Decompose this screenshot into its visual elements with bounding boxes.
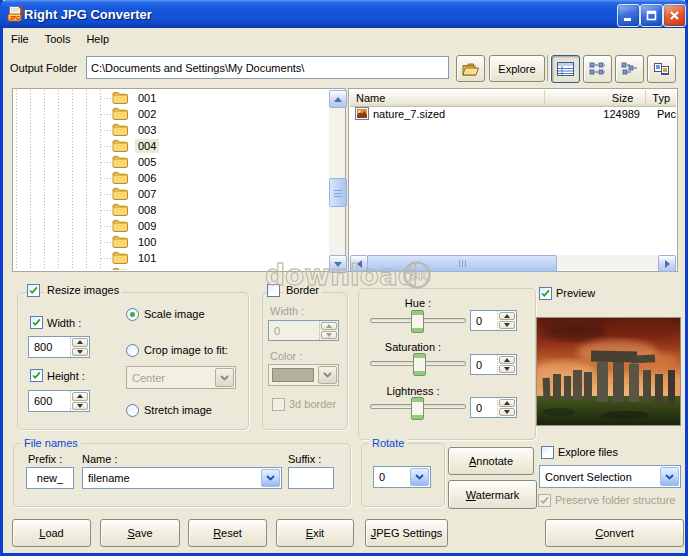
exit-button[interactable]: Exit <box>276 519 354 547</box>
stretch-image-radio[interactable] <box>126 404 139 417</box>
reset-button[interactable]: Reset <box>188 519 267 547</box>
convert-selection-dropdown[interactable]: Convert Selection <box>539 465 681 488</box>
color-swatch <box>272 368 314 382</box>
width-spin-up[interactable] <box>72 338 88 347</box>
border-width-spinner: 0 <box>268 320 339 341</box>
tree-folder-row[interactable]: 005 <box>14 154 328 170</box>
tree-folder-row[interactable]: 008 <box>14 202 328 218</box>
lightness-spin-down[interactable] <box>499 408 515 416</box>
3d-border-label: 3d border <box>289 398 336 410</box>
tree-folder-row[interactable]: 006 <box>14 170 328 186</box>
column-header-size[interactable]: Size <box>545 90 647 106</box>
tree-folder-row[interactable]: 003 <box>14 122 328 138</box>
height-spin-up[interactable] <box>72 392 88 401</box>
hscrollbar-thumb[interactable] <box>367 255 557 272</box>
hue-slider-thumb[interactable] <box>411 310 424 333</box>
file-names-title: File names <box>21 437 81 449</box>
scroll-down-button[interactable] <box>329 255 347 273</box>
hue-spin-up[interactable] <box>499 312 515 320</box>
view-list-button[interactable] <box>615 55 644 83</box>
save-button[interactable]: Save <box>100 519 180 547</box>
jpeg-settings-button[interactable]: JPEG Settings <box>365 519 448 547</box>
tree-folder-row[interactable]: 102 <box>14 266 328 270</box>
resize-images-checkbox[interactable] <box>27 284 40 297</box>
view-small-icons-button[interactable] <box>583 55 612 83</box>
scrollbar-thumb[interactable] <box>329 178 347 207</box>
tree-folder-row[interactable]: 002 <box>14 106 328 122</box>
width-spinner[interactable]: 800 <box>28 336 90 358</box>
column-header-type[interactable]: Typ <box>646 90 676 106</box>
border-color-label: Color : <box>270 350 302 362</box>
hue-spin-down[interactable] <box>499 321 515 329</box>
tree-scrollbar[interactable] <box>329 90 345 271</box>
maximize-button[interactable] <box>640 4 663 27</box>
check-icon <box>28 285 39 296</box>
menu-bar: File Tools Help <box>3 28 685 49</box>
name-dropdown[interactable]: filename <box>82 467 282 489</box>
dropdown-button[interactable] <box>410 468 429 486</box>
tree-folder-row-selected[interactable]: 004 <box>14 138 328 154</box>
dropdown-button[interactable] <box>660 467 679 486</box>
dropdown-button[interactable] <box>261 469 280 487</box>
crop-image-radio[interactable] <box>126 344 139 357</box>
saturation-spinner[interactable]: 0 <box>470 354 517 375</box>
minimize-button[interactable] <box>617 4 640 27</box>
view-thumbnails-button[interactable] <box>647 55 676 83</box>
height-checkbox[interactable] <box>30 369 43 382</box>
close-icon <box>668 9 681 22</box>
folder-icon <box>112 171 128 186</box>
load-button[interactable]: Load <box>12 519 91 547</box>
file-list-hscrollbar[interactable] <box>350 255 676 270</box>
watermark-button[interactable]: Watermark <box>448 480 537 509</box>
menu-tools[interactable]: Tools <box>37 31 79 47</box>
list-view-icon <box>621 62 638 76</box>
convert-button[interactable]: Convert <box>545 519 684 547</box>
lightness-spin-up[interactable] <box>499 399 515 407</box>
preview-label: Preview <box>556 287 595 299</box>
chevron-down-icon <box>415 474 424 480</box>
explore-button[interactable]: Explore <box>489 55 545 82</box>
lightness-spinner[interactable]: 0 <box>470 397 517 418</box>
explore-files-checkbox[interactable] <box>541 446 554 459</box>
width-spin-down[interactable] <box>72 348 88 357</box>
scroll-up-button[interactable] <box>329 90 347 108</box>
saturation-spin-up[interactable] <box>499 356 515 364</box>
saturation-spin-down[interactable] <box>499 365 515 373</box>
chevron-down-icon <box>266 475 275 481</box>
saturation-slider-thumb[interactable] <box>413 353 426 376</box>
width-checkbox[interactable] <box>30 316 43 329</box>
height-spin-down[interactable] <box>72 402 88 411</box>
prefix-input[interactable] <box>26 467 74 489</box>
browse-folder-button[interactable] <box>456 55 485 82</box>
app-window: JPG Right JPG Converter File Tools Help … <box>0 0 688 556</box>
tree-folder-row[interactable]: 009 <box>14 218 328 234</box>
close-button[interactable] <box>663 4 686 27</box>
output-folder-input[interactable] <box>86 56 449 79</box>
column-header-name[interactable]: Name <box>350 90 545 106</box>
lightness-slider-thumb[interactable] <box>411 397 424 420</box>
hue-spinner[interactable]: 0 <box>470 310 517 331</box>
border-checkbox[interactable] <box>267 284 280 297</box>
annotate-button[interactable]: Annotate <box>448 447 534 475</box>
tree-folder-row[interactable]: 100 <box>14 234 328 250</box>
preview-checkbox[interactable] <box>539 287 552 300</box>
rotate-dropdown[interactable]: 0 <box>373 466 431 488</box>
preview-image <box>537 318 680 425</box>
file-row[interactable]: nature_7.sized 124989 Рису <box>350 106 676 122</box>
scroll-left-button[interactable] <box>350 255 368 272</box>
scroll-right-button[interactable] <box>658 255 676 272</box>
suffix-input[interactable] <box>288 467 334 489</box>
width-label: Width : <box>47 317 81 329</box>
border-width-label: Width : <box>270 305 304 317</box>
folder-icon <box>112 187 128 202</box>
tree-folder-row[interactable]: 101 <box>14 250 328 266</box>
scale-image-radio[interactable] <box>126 308 139 321</box>
tree-folder-row[interactable]: 007 <box>14 186 328 202</box>
border-label: Border <box>283 284 322 296</box>
menu-help[interactable]: Help <box>78 31 117 47</box>
tree-folder-row[interactable]: 001 <box>14 90 328 106</box>
menu-file[interactable]: File <box>3 31 37 47</box>
title-bar[interactable]: JPG Right JPG Converter <box>0 0 688 28</box>
view-details-button[interactable] <box>551 55 580 83</box>
height-spinner[interactable]: 600 <box>28 390 90 412</box>
